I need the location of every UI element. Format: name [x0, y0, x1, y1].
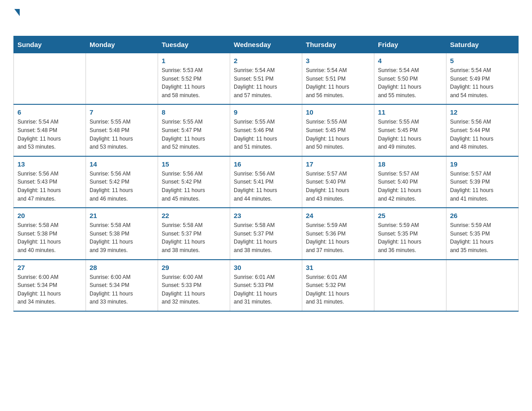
day-info: Sunrise: 5:57 AMSunset: 5:40 PMDaylight:… — [378, 170, 442, 203]
day-number: 1 — [162, 57, 226, 64]
calendar-cell: 10Sunrise: 5:55 AMSunset: 5:45 PMDayligh… — [302, 104, 374, 156]
column-header-tuesday: Tuesday — [158, 36, 230, 53]
day-number: 9 — [234, 108, 298, 116]
calendar-cell: 31Sunrise: 6:01 AMSunset: 5:32 PMDayligh… — [302, 260, 374, 311]
week-row-3: 13Sunrise: 5:56 AMSunset: 5:43 PMDayligh… — [14, 156, 519, 208]
logo-arrow-icon — [14, 9, 20, 16]
day-number: 31 — [306, 264, 370, 271]
day-number: 26 — [450, 212, 515, 219]
calendar-cell: 14Sunrise: 5:56 AMSunset: 5:42 PMDayligh… — [86, 156, 158, 208]
day-number: 4 — [378, 57, 442, 64]
calendar-cell: 17Sunrise: 5:57 AMSunset: 5:40 PMDayligh… — [302, 156, 374, 208]
calendar-header-row: SundayMondayTuesdayWednesdayThursdayFrid… — [14, 36, 519, 53]
day-number: 18 — [378, 160, 442, 168]
day-info: Sunrise: 5:53 AMSunset: 5:52 PMDaylight:… — [162, 66, 226, 99]
calendar-cell: 6Sunrise: 5:54 AMSunset: 5:48 PMDaylight… — [14, 104, 86, 156]
day-number: 24 — [306, 212, 370, 219]
day-info: Sunrise: 5:56 AMSunset: 5:44 PMDaylight:… — [450, 118, 515, 151]
day-info: Sunrise: 5:55 AMSunset: 5:48 PMDaylight:… — [90, 118, 154, 151]
column-header-friday: Friday — [374, 36, 446, 53]
week-row-1: 1Sunrise: 5:53 AMSunset: 5:52 PMDaylight… — [14, 53, 519, 105]
day-info: Sunrise: 5:54 AMSunset: 5:48 PMDaylight:… — [17, 118, 82, 151]
day-info: Sunrise: 5:59 AMSunset: 5:35 PMDaylight:… — [450, 221, 515, 254]
day-info: Sunrise: 6:00 AMSunset: 5:33 PMDaylight:… — [162, 273, 226, 306]
day-number: 6 — [17, 108, 82, 116]
calendar-cell: 7Sunrise: 5:55 AMSunset: 5:48 PMDaylight… — [86, 104, 158, 156]
calendar-cell: 5Sunrise: 5:54 AMSunset: 5:49 PMDaylight… — [446, 53, 519, 105]
day-number: 28 — [90, 264, 154, 271]
column-header-wednesday: Wednesday — [230, 36, 302, 53]
day-info: Sunrise: 6:01 AMSunset: 5:33 PMDaylight:… — [234, 273, 298, 306]
day-info: Sunrise: 5:56 AMSunset: 5:41 PMDaylight:… — [234, 170, 298, 203]
day-info: Sunrise: 5:54 AMSunset: 5:49 PMDaylight:… — [450, 66, 515, 99]
calendar-cell — [374, 260, 446, 311]
calendar-cell: 3Sunrise: 5:54 AMSunset: 5:51 PMDaylight… — [302, 53, 374, 105]
day-info: Sunrise: 5:58 AMSunset: 5:38 PMDaylight:… — [17, 221, 82, 254]
calendar-cell: 23Sunrise: 5:58 AMSunset: 5:37 PMDayligh… — [230, 208, 302, 259]
day-number: 15 — [162, 160, 226, 168]
calendar-cell: 1Sunrise: 5:53 AMSunset: 5:52 PMDaylight… — [158, 53, 230, 105]
day-number: 16 — [234, 160, 298, 168]
calendar-cell: 25Sunrise: 5:59 AMSunset: 5:35 PMDayligh… — [374, 208, 446, 259]
day-info: Sunrise: 5:58 AMSunset: 5:38 PMDaylight:… — [90, 221, 154, 254]
week-row-4: 20Sunrise: 5:58 AMSunset: 5:38 PMDayligh… — [14, 208, 519, 259]
day-info: Sunrise: 6:01 AMSunset: 5:32 PMDaylight:… — [306, 273, 370, 306]
calendar-cell: 4Sunrise: 5:54 AMSunset: 5:50 PMDaylight… — [374, 53, 446, 105]
day-number: 5 — [450, 57, 515, 64]
calendar-cell — [446, 260, 519, 311]
calendar-cell: 26Sunrise: 5:59 AMSunset: 5:35 PMDayligh… — [446, 208, 519, 259]
day-info: Sunrise: 5:55 AMSunset: 5:46 PMDaylight:… — [234, 118, 298, 151]
day-info: Sunrise: 5:56 AMSunset: 5:43 PMDaylight:… — [17, 170, 82, 203]
day-number: 11 — [378, 108, 442, 116]
day-info: Sunrise: 5:55 AMSunset: 5:47 PMDaylight:… — [162, 118, 226, 151]
day-number: 20 — [17, 212, 82, 219]
column-header-thursday: Thursday — [302, 36, 374, 53]
day-info: Sunrise: 5:57 AMSunset: 5:40 PMDaylight:… — [306, 170, 370, 203]
day-info: Sunrise: 5:56 AMSunset: 5:42 PMDaylight:… — [90, 170, 154, 203]
day-info: Sunrise: 5:54 AMSunset: 5:51 PMDaylight:… — [234, 66, 298, 99]
day-info: Sunrise: 5:54 AMSunset: 5:50 PMDaylight:… — [378, 66, 442, 99]
calendar-cell: 27Sunrise: 6:00 AMSunset: 5:34 PMDayligh… — [14, 260, 86, 311]
column-header-monday: Monday — [86, 36, 158, 53]
calendar-cell: 28Sunrise: 6:00 AMSunset: 5:34 PMDayligh… — [86, 260, 158, 311]
day-number: 27 — [17, 264, 82, 271]
day-number: 25 — [378, 212, 442, 219]
day-info: Sunrise: 5:59 AMSunset: 5:36 PMDaylight:… — [306, 221, 370, 254]
calendar-cell: 29Sunrise: 6:00 AMSunset: 5:33 PMDayligh… — [158, 260, 230, 311]
day-info: Sunrise: 5:55 AMSunset: 5:45 PMDaylight:… — [306, 118, 370, 151]
page-header: General — [13, 9, 519, 29]
day-number: 3 — [306, 57, 370, 64]
calendar-cell: 22Sunrise: 5:58 AMSunset: 5:37 PMDayligh… — [158, 208, 230, 259]
calendar-cell: 19Sunrise: 5:57 AMSunset: 5:39 PMDayligh… — [446, 156, 519, 208]
calendar-cell: 24Sunrise: 5:59 AMSunset: 5:36 PMDayligh… — [302, 208, 374, 259]
calendar-cell: 30Sunrise: 6:01 AMSunset: 5:33 PMDayligh… — [230, 260, 302, 311]
calendar-cell: 16Sunrise: 5:56 AMSunset: 5:41 PMDayligh… — [230, 156, 302, 208]
calendar-cell: 9Sunrise: 5:55 AMSunset: 5:46 PMDaylight… — [230, 104, 302, 156]
calendar-cell: 13Sunrise: 5:56 AMSunset: 5:43 PMDayligh… — [14, 156, 86, 208]
calendar-cell: 11Sunrise: 5:55 AMSunset: 5:45 PMDayligh… — [374, 104, 446, 156]
day-number: 22 — [162, 212, 226, 219]
day-number: 13 — [17, 160, 82, 168]
calendar-table: SundayMondayTuesdayWednesdayThursdayFrid… — [13, 36, 519, 312]
day-number: 2 — [234, 57, 298, 64]
day-number: 19 — [450, 160, 515, 168]
calendar-cell: 2Sunrise: 5:54 AMSunset: 5:51 PMDaylight… — [230, 53, 302, 105]
day-info: Sunrise: 5:58 AMSunset: 5:37 PMDaylight:… — [162, 221, 226, 254]
day-info: Sunrise: 6:00 AMSunset: 5:34 PMDaylight:… — [90, 273, 154, 306]
day-number: 21 — [90, 212, 154, 219]
day-info: Sunrise: 5:56 AMSunset: 5:42 PMDaylight:… — [162, 170, 226, 203]
day-info: Sunrise: 5:59 AMSunset: 5:35 PMDaylight:… — [378, 221, 442, 254]
calendar-cell: 15Sunrise: 5:56 AMSunset: 5:42 PMDayligh… — [158, 156, 230, 208]
logo-text — [13, 9, 20, 17]
calendar-cell: 21Sunrise: 5:58 AMSunset: 5:38 PMDayligh… — [86, 208, 158, 259]
day-info: Sunrise: 5:54 AMSunset: 5:51 PMDaylight:… — [306, 66, 370, 99]
week-row-2: 6Sunrise: 5:54 AMSunset: 5:48 PMDaylight… — [14, 104, 519, 156]
calendar-cell: 8Sunrise: 5:55 AMSunset: 5:47 PMDaylight… — [158, 104, 230, 156]
day-number: 23 — [234, 212, 298, 219]
day-number: 30 — [234, 264, 298, 271]
day-number: 8 — [162, 108, 226, 116]
day-info: Sunrise: 6:00 AMSunset: 5:34 PMDaylight:… — [17, 273, 82, 306]
day-info: Sunrise: 5:55 AMSunset: 5:45 PMDaylight:… — [378, 118, 442, 151]
calendar-cell: 18Sunrise: 5:57 AMSunset: 5:40 PMDayligh… — [374, 156, 446, 208]
day-number: 12 — [450, 108, 515, 116]
